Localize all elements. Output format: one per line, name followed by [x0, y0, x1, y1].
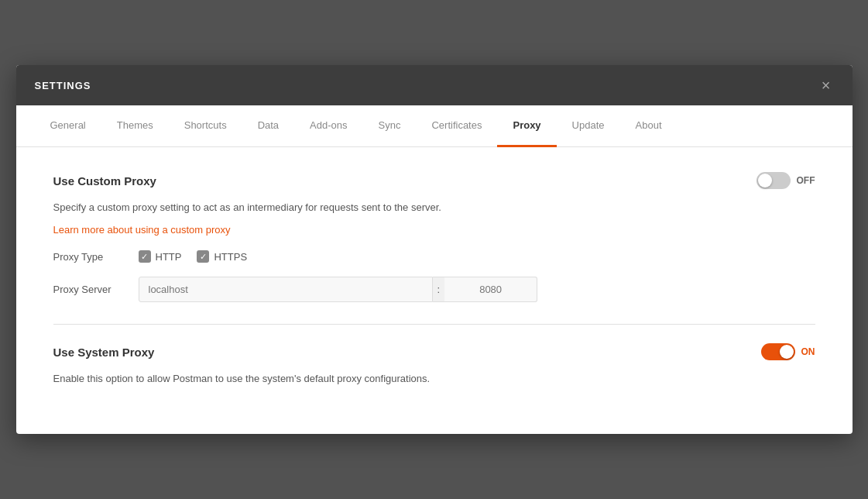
https-check-mark: ✓ [200, 253, 207, 261]
proxy-server-label: Proxy Server [53, 284, 139, 295]
learn-more-link[interactable]: Learn more about using a custom proxy [53, 224, 231, 236]
custom-proxy-section: Use Custom Proxy OFF Specify a custom pr… [53, 172, 815, 302]
system-proxy-toggle-wrapper[interactable]: ON [761, 343, 815, 360]
custom-proxy-header: Use Custom Proxy OFF [53, 172, 815, 189]
system-proxy-description: Enable this option to allow Postman to u… [53, 371, 815, 387]
proxy-type-checkboxes: ✓ HTTP ✓ HTTPS [139, 250, 248, 263]
proxy-type-label: Proxy Type [53, 251, 139, 263]
proxy-server-inputs: : [139, 277, 815, 302]
https-checkbox[interactable]: ✓ [197, 250, 209, 263]
proxy-port-input[interactable] [444, 277, 537, 302]
custom-proxy-description: Specify a custom proxy setting to act as… [53, 200, 815, 216]
port-colon: : [433, 277, 445, 302]
custom-proxy-toggle-thumb [758, 174, 772, 188]
tab-addons[interactable]: Add-ons [294, 105, 362, 147]
system-proxy-toggle[interactable] [761, 343, 795, 360]
tab-sync[interactable]: Sync [363, 105, 417, 147]
http-check-mark: ✓ [141, 253, 148, 261]
tab-general[interactable]: General [35, 105, 101, 147]
modal-header: SETTINGS × [16, 65, 853, 105]
tab-shortcuts[interactable]: Shortcuts [169, 105, 242, 147]
custom-proxy-title: Use Custom Proxy [53, 174, 156, 188]
overlay: SETTINGS × General Themes Shortcuts Data… [0, 0, 868, 499]
settings-modal: SETTINGS × General Themes Shortcuts Data… [16, 65, 853, 434]
custom-proxy-toggle-label: OFF [797, 175, 815, 186]
custom-proxy-toggle-track [756, 172, 791, 189]
proxy-server-row: Proxy Server : [53, 277, 815, 302]
system-proxy-header: Use System Proxy ON [53, 343, 815, 360]
tab-about[interactable]: About [620, 105, 678, 147]
https-label: HTTPS [214, 251, 247, 263]
modal-title: SETTINGS [35, 80, 91, 91]
tabs-bar: General Themes Shortcuts Data Add-ons Sy… [16, 105, 853, 147]
tab-certificates[interactable]: Certificates [416, 105, 497, 147]
http-checkbox-item[interactable]: ✓ HTTP [139, 250, 182, 263]
modal-body: Use Custom Proxy OFF Specify a custom pr… [16, 147, 853, 434]
tab-data[interactable]: Data [242, 105, 294, 147]
system-proxy-title: Use System Proxy [53, 346, 155, 359]
system-proxy-section: Use System Proxy ON Enable this option t… [53, 343, 815, 387]
system-proxy-toggle-label: ON [801, 346, 815, 357]
section-divider [53, 324, 815, 325]
tab-themes[interactable]: Themes [101, 105, 169, 147]
tab-update[interactable]: Update [557, 105, 620, 147]
proxy-server-input[interactable] [139, 277, 433, 302]
http-label: HTTP [156, 251, 182, 263]
proxy-type-row: Proxy Type ✓ HTTP ✓ HTTPS [53, 250, 815, 263]
system-proxy-toggle-thumb [780, 345, 794, 359]
custom-proxy-toggle[interactable] [756, 172, 791, 189]
tab-proxy[interactable]: Proxy [497, 105, 556, 147]
http-checkbox[interactable]: ✓ [139, 250, 151, 263]
https-checkbox-item[interactable]: ✓ HTTPS [197, 250, 247, 263]
custom-proxy-toggle-wrapper[interactable]: OFF [756, 172, 815, 189]
close-button[interactable]: × [818, 77, 834, 93]
system-proxy-toggle-track [761, 343, 795, 360]
